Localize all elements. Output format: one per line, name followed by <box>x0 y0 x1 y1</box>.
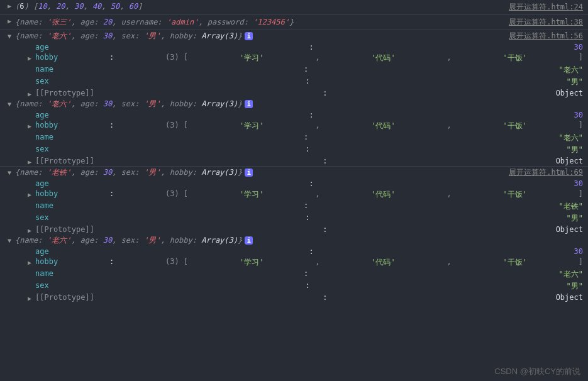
source-link[interactable]: 展开运算符.html:24 <box>509 2 583 13</box>
expand-arrow-icon[interactable] <box>28 259 31 266</box>
object-prototype[interactable]: [[Prototype]]: Object <box>0 292 588 302</box>
log-entry-object-expanded[interactable]: {name: '老六', age: 30, sex: '男', hobby: A… <box>0 30 588 42</box>
collapse-arrow-icon[interactable] <box>8 33 11 40</box>
log-entry-object-expanded[interactable]: {name: '老铁', age: 30, sex: '男', hobby: A… <box>0 167 588 179</box>
array-item: 10 <box>38 2 47 11</box>
value: admin <box>171 18 194 26</box>
expand-arrow-icon[interactable] <box>8 3 11 9</box>
collapse-arrow-icon[interactable] <box>8 237 11 244</box>
source-link[interactable]: 展开运算符.html:69 <box>509 167 583 178</box>
object-prototype[interactable]: [[Prototype]]: Object <box>0 224 588 235</box>
console-panel: (6) [10, 20, 30, 40, 50, 60] 展开运算符.html:… <box>0 0 588 302</box>
object-property-hobby[interactable]: hobby: (3) ['学习', '代码', '干饭'] <box>0 120 588 132</box>
object-property: name: "老铁" <box>0 201 588 213</box>
array-item: 50 <box>111 2 119 11</box>
expand-arrow-icon[interactable] <box>28 191 31 198</box>
info-icon[interactable]: i <box>245 100 253 108</box>
object-property: age: 30 <box>0 179 588 189</box>
collapse-arrow-icon[interactable] <box>8 101 11 108</box>
object-property: sex: "男" <box>0 213 588 224</box>
expand-arrow-icon[interactable] <box>28 158 31 165</box>
key: password <box>208 18 244 26</box>
value: 20 <box>103 18 112 26</box>
value: 张三 <box>52 18 67 26</box>
object-property: sex: "男" <box>0 76 588 88</box>
expand-arrow-icon[interactable] <box>28 55 31 62</box>
info-icon[interactable]: i <box>245 236 253 245</box>
info-icon[interactable]: i <box>245 168 253 177</box>
object-property: age: 30 <box>0 246 588 257</box>
source-link[interactable]: 展开运算符.html:56 <box>509 31 583 41</box>
expand-arrow-icon[interactable] <box>28 295 31 302</box>
source-link[interactable]: 展开运算符.html:38 <box>509 17 583 28</box>
object-property: name: "老六" <box>0 132 588 144</box>
expand-arrow-icon[interactable] <box>28 91 31 97</box>
key: age <box>80 18 94 26</box>
object-property-hobby[interactable]: hobby: (3) ['学习', '代码', '干饭'] <box>0 52 588 64</box>
array-item: 20 <box>56 2 65 11</box>
info-icon[interactable]: i <box>245 32 253 40</box>
log-entry-array[interactable]: (6) [10, 20, 30, 40, 50, 60] 展开运算符.html:… <box>0 0 588 15</box>
object-property-hobby[interactable]: hobby: (3) ['学习', '代码', '干饭'] <box>0 189 588 201</box>
object-prototype[interactable]: [[Prototype]]: Object <box>0 156 588 166</box>
key: name <box>19 18 38 26</box>
object-property: sex: "男" <box>0 280 588 292</box>
expand-arrow-icon[interactable] <box>8 18 11 25</box>
log-entry-object[interactable]: {name: '张三', age: 20, username: 'admin',… <box>0 15 588 30</box>
object-property: age: 30 <box>0 110 588 120</box>
object-prototype[interactable]: [[Prototype]]: Object <box>0 88 588 98</box>
object-property-hobby[interactable]: hobby: (3) ['学习', '代码', '干饭'] <box>0 257 588 268</box>
object-property: sex: "男" <box>0 144 588 156</box>
array-item: 40 <box>92 2 101 11</box>
expand-arrow-icon[interactable] <box>28 123 31 130</box>
expand-arrow-icon[interactable] <box>28 227 31 234</box>
object-property: age: 30 <box>0 42 588 52</box>
log-entry-object-expanded[interactable]: {name: '老六', age: 30, sex: '男', hobby: A… <box>0 235 588 246</box>
object-property: name: "老六" <box>0 268 588 280</box>
array-item: 30 <box>74 2 83 11</box>
array-item: 60 <box>129 2 138 11</box>
log-entry-object-expanded[interactable]: {name: '老六', age: 30, sex: '男', hobby: A… <box>0 98 588 110</box>
key: username <box>121 18 158 26</box>
watermark: CSDN @初映CY的前说 <box>494 366 580 377</box>
collapse-arrow-icon[interactable] <box>8 169 11 176</box>
value: 123456 <box>257 18 284 26</box>
object-property: name: "老六" <box>0 64 588 76</box>
